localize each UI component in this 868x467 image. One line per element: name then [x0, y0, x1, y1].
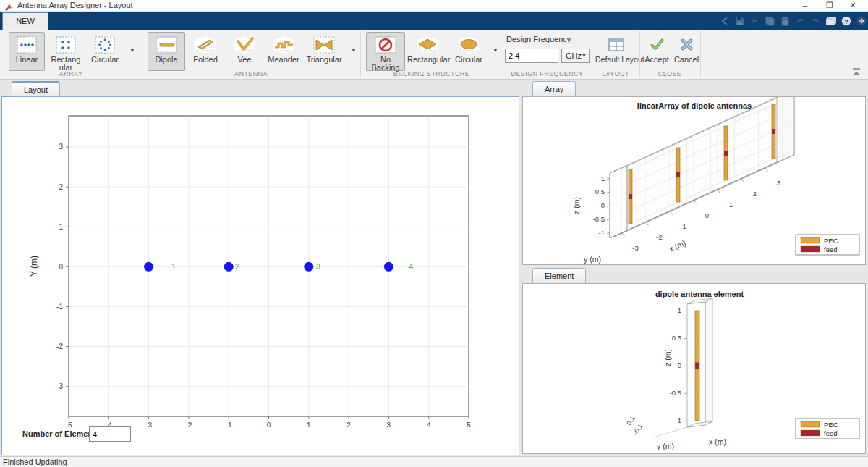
legend: PECfeed: [796, 418, 859, 439]
frequency-unit-select[interactable]: GHz▼: [561, 49, 590, 63]
array-3d-plot[interactable]: linearArray of dipole antennas10.50-0.5-…: [523, 97, 865, 264]
z-tick-label: 0.5: [595, 188, 605, 195]
x-tick-label: 5: [467, 421, 471, 427]
window-title: Antenna Array Designer - Layout: [17, 1, 133, 9]
array-circular-button[interactable]: Circular: [87, 32, 123, 71]
section-label-frequency: DESIGN FREQUENCY: [503, 70, 592, 77]
window-layout-icon[interactable]: [825, 16, 836, 27]
title-bar: Antenna Array Designer - Layout – ❐ ✕: [0, 0, 868, 12]
z-axis-label: z (m): [663, 349, 672, 366]
antenna-triangular-button[interactable]: Triangular: [304, 32, 344, 71]
button-label: Rectangular: [407, 56, 448, 64]
x-tick-label: -2: [656, 233, 662, 241]
feed-point: [772, 129, 775, 134]
array-element-marker[interactable]: [144, 262, 153, 272]
chevron-down-icon: ▼: [582, 49, 587, 62]
antenna-gallery-dropdown-icon[interactable]: ▼: [349, 46, 359, 56]
z-tick-label: -1: [599, 229, 605, 237]
y-axis-label: y (m): [584, 255, 601, 264]
close-button[interactable]: ✕: [842, 0, 864, 11]
redo-icon[interactable]: ↷: [810, 16, 821, 27]
antenna-dipole-button[interactable]: Dipole: [148, 32, 185, 71]
array-panel: Array linearArray of dipole antennas10.5…: [522, 80, 867, 266]
button-label: Accept: [643, 56, 671, 64]
tab-array[interactable]: Array: [532, 81, 576, 96]
array-linear-button[interactable]: Linear: [9, 32, 45, 71]
tab-layout[interactable]: Layout: [12, 81, 60, 96]
design-frequency-label: Design Frequency: [506, 35, 571, 43]
x-tick-label: -1: [226, 421, 232, 427]
button-label: Meander: [265, 56, 302, 64]
antenna-vee-button[interactable]: Vee: [226, 32, 263, 71]
element-number-label: 2: [235, 262, 239, 271]
z-tick-label: 0: [601, 201, 605, 209]
y-axis-label: y (m): [657, 442, 674, 450]
y-tick-label: 2: [59, 183, 63, 191]
x-tick-label: 4: [427, 421, 431, 427]
array-rectangular-button[interactable]: Rectangular: [48, 32, 84, 71]
svg-text:?: ?: [844, 18, 848, 25]
accept-button[interactable]: Accept: [642, 32, 671, 71]
antenna-meander-button[interactable]: Meander: [265, 32, 302, 71]
resources-icon[interactable]: [856, 16, 867, 27]
element-number-label: 3: [316, 262, 320, 271]
dipole-antenna-icon: [148, 33, 184, 54]
backing-rectangular-button[interactable]: Rectangular: [407, 32, 448, 71]
x-axis-label: x (m): [709, 437, 726, 446]
backing-circular-button[interactable]: Circular: [450, 32, 488, 71]
plot-title: dipole antenna element: [655, 290, 744, 298]
cancel-button[interactable]: Cancel: [673, 32, 700, 71]
array-gallery-dropdown-icon[interactable]: ▼: [127, 46, 137, 56]
button-label: Circular: [451, 56, 487, 64]
section-label-layout: LAYOUT: [592, 70, 639, 77]
antenna-folded-button[interactable]: Folded: [187, 32, 224, 71]
number-of-elements-row: Number of Elements:: [22, 429, 103, 445]
section-label-antenna: ANTENNA: [142, 70, 360, 77]
help-icon[interactable]: ?: [841, 16, 851, 27]
copy-icon[interactable]: [765, 16, 775, 27]
button-label: Circular: [88, 56, 122, 64]
array-element-marker[interactable]: [224, 262, 234, 272]
y-tick-label: -0.1: [631, 423, 644, 436]
triangular-bowtie-icon: [305, 33, 344, 54]
default-layout-icon: [595, 33, 637, 54]
button-label: Default Layout: [595, 56, 637, 64]
z-tick-label: -0.5: [670, 389, 681, 397]
feed-point: [629, 194, 632, 199]
element-3d-plot[interactable]: dipole antenna element10.50-0.5-1z (m)0.…: [523, 284, 865, 453]
array-panel-body: linearArray of dipole antennas10.50-0.5-…: [522, 96, 866, 265]
layout-panel-body: -5-4-3-2-1012345-3-2-101231234Y (m) Numb…: [1, 96, 519, 455]
minimize-button[interactable]: –: [794, 0, 816, 11]
quick-access-toolbar: ✂ ↶ ↷ ?: [719, 14, 867, 28]
back-chevron-icon[interactable]: [719, 16, 730, 27]
design-frequency-input[interactable]: [505, 49, 558, 63]
backing-gallery-dropdown-icon[interactable]: ▼: [490, 46, 501, 56]
restore-button[interactable]: ❐: [819, 0, 841, 11]
tab-element[interactable]: Element: [532, 268, 586, 283]
button-label: Vee: [226, 56, 263, 64]
tab-new[interactable]: NEW: [2, 12, 48, 30]
cut-icon[interactable]: ✂: [749, 16, 760, 27]
collapse-ribbon-icon[interactable]: [851, 66, 862, 75]
frequency-unit-value: GHz: [566, 51, 582, 60]
button-label: Dipole: [148, 56, 184, 64]
number-of-elements-input[interactable]: [89, 426, 131, 442]
x-axis-label: x (m): [668, 238, 687, 253]
save-icon[interactable]: [734, 16, 745, 27]
layout-plot[interactable]: -5-4-3-2-1012345-3-2-101231234Y (m): [2, 97, 519, 427]
x-tick-label: -2: [185, 421, 192, 427]
y-tick-label: 3: [59, 143, 63, 151]
array-element-marker[interactable]: [384, 262, 393, 272]
undo-icon[interactable]: ↶: [795, 16, 806, 27]
section-label-backing: BACKING STRUCTURE: [360, 70, 503, 77]
paste-icon[interactable]: [780, 16, 791, 27]
feed-point: [676, 172, 680, 177]
feed-point: [695, 363, 699, 369]
x-tick-label: -1: [680, 222, 686, 230]
backing-none-button[interactable]: No Backing: [366, 32, 405, 71]
element-number-label: 1: [171, 262, 176, 271]
array-element-marker[interactable]: [304, 262, 313, 272]
x-tick-label: -3: [145, 421, 152, 427]
matlab-logo-icon: [5, 1, 13, 14]
default-layout-button[interactable]: Default Layout: [595, 32, 638, 71]
